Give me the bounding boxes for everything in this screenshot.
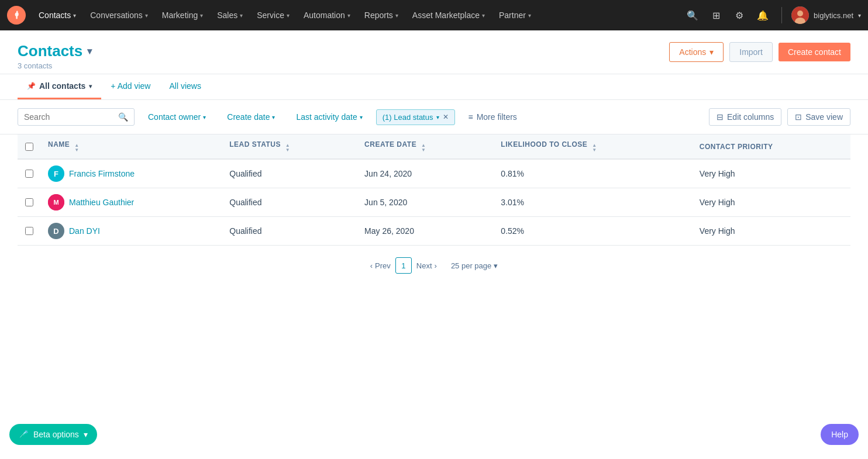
notifications-button[interactable]: 🔔	[753, 6, 772, 25]
table-row: D Dan DYI Qualified May 26, 2020 0.52% V…	[18, 217, 850, 246]
nav-asset-marketplace[interactable]: Asset Marketplace ▾	[405, 0, 492, 30]
row-lead-status: Qualified	[222, 159, 357, 188]
beta-options-button[interactable]: 🧪 Beta options ▾	[9, 424, 97, 445]
lead-status-filter-tag[interactable]: (1) Lead status ▾ ✕	[376, 109, 456, 125]
row-create-date: Jun 24, 2020	[357, 159, 494, 188]
contact-name-link[interactable]: Francis Firmstone	[69, 169, 135, 178]
settings-button[interactable]: ⚙	[730, 6, 749, 25]
per-page-chevron-icon: ▾	[494, 261, 498, 270]
import-button[interactable]: Import	[729, 42, 773, 62]
col-priority[interactable]: CONTACT PRIORITY	[693, 134, 850, 159]
last-activity-filter[interactable]: Last activity date ▾	[288, 108, 370, 126]
contact-owner-filter[interactable]: Contact owner ▾	[140, 108, 213, 126]
col-name-label: NAME	[48, 140, 70, 149]
user-name-label: biglytics.net	[814, 11, 853, 20]
row-checkbox[interactable]	[25, 198, 33, 206]
table-body: F Francis Firmstone Qualified Jun 24, 20…	[18, 159, 850, 246]
user-section[interactable]: biglytics.net ▾	[791, 6, 861, 24]
col-name[interactable]: NAME ▲▼	[41, 134, 222, 159]
nav-contacts[interactable]: Contacts ▾	[32, 0, 83, 30]
edit-columns-label: Edit columns	[727, 112, 774, 122]
nav-divider	[781, 7, 782, 23]
create-contact-button[interactable]: Create contact	[779, 43, 850, 61]
table-row: F Francis Firmstone Qualified Jun 24, 20…	[18, 159, 850, 188]
sort-icon: ▲▼	[74, 143, 79, 153]
chevron-icon: ▾	[528, 12, 531, 19]
contact-name-link[interactable]: Matthieu Gauthier	[69, 198, 134, 207]
row-create-date: Jun 5, 2020	[357, 188, 494, 217]
col-create-date[interactable]: CREATE DATE ▲▼	[357, 134, 494, 159]
filter-right: ⊟ Edit columns ⊡ Save view	[709, 108, 850, 126]
nav-conversations-label: Conversations	[90, 11, 143, 20]
user-chevron-icon: ▾	[858, 12, 861, 19]
edit-columns-button[interactable]: ⊟ Edit columns	[709, 108, 781, 126]
chevron-icon: ▾	[436, 114, 439, 120]
tab-add-view[interactable]: + Add view	[101, 74, 160, 99]
next-button[interactable]: Next ›	[416, 261, 437, 270]
svg-point-1	[797, 11, 803, 16]
page-title-text: Contacts	[18, 42, 82, 60]
nav-conversations[interactable]: Conversations ▾	[83, 0, 155, 30]
row-checkbox[interactable]	[25, 227, 33, 235]
row-checkbox[interactable]	[25, 170, 33, 178]
search-input[interactable]	[24, 112, 113, 122]
tab-all-contacts[interactable]: 📌 All contacts ▾	[18, 74, 101, 99]
search-button[interactable]: 🔍	[683, 6, 702, 25]
next-label: Next	[416, 261, 432, 270]
nav-service[interactable]: Service ▾	[250, 0, 297, 30]
contact-avatar: D	[48, 223, 64, 239]
per-page-dropdown[interactable]: 25 per page ▾	[451, 261, 498, 270]
col-lead-status[interactable]: LEAD STATUS ▲▼	[222, 134, 357, 159]
more-filters-button[interactable]: ≡ More filters	[461, 109, 523, 125]
row-name-cell: D Dan DYI	[41, 217, 222, 246]
beta-options-label: Beta options	[33, 430, 79, 439]
actions-button[interactable]: Actions ▾	[669, 42, 724, 62]
select-all-checkbox[interactable]	[25, 143, 33, 151]
save-view-button[interactable]: ⊡ Save view	[787, 108, 850, 126]
contact-avatar: M	[48, 194, 64, 210]
nav-automation-label: Automation	[304, 11, 345, 20]
page-title-chevron: ▾	[87, 46, 92, 57]
lead-status-close-icon[interactable]: ✕	[443, 113, 449, 121]
help-button[interactable]: Help	[821, 424, 859, 445]
grid-button[interactable]: ⊞	[707, 6, 725, 25]
nav-items: Contacts ▾ Conversations ▾ Marketing ▾ S…	[32, 0, 683, 30]
page-header: Contacts ▾ 3 contacts Actions ▾ Import C…	[0, 30, 868, 74]
search-box[interactable]: 🔍	[18, 108, 135, 126]
chevron-icon: ▾	[240, 12, 243, 19]
table-row: M Matthieu Gauthier Qualified Jun 5, 202…	[18, 188, 850, 217]
tab-all-views[interactable]: All views	[160, 74, 210, 99]
contact-name-link[interactable]: Dan DYI	[69, 226, 100, 236]
nav-reports[interactable]: Reports ▾	[357, 0, 405, 30]
row-checkbox-cell	[18, 188, 41, 217]
nav-asset-marketplace-label: Asset Marketplace	[412, 11, 480, 20]
nav-sales[interactable]: Sales ▾	[210, 0, 250, 30]
table-header: NAME ▲▼ LEAD STATUS ▲▼ CREATE DATE ▲▼ LI…	[18, 134, 850, 159]
hubspot-logo[interactable]	[7, 6, 26, 25]
row-priority: Very High	[693, 217, 850, 246]
col-likelihood[interactable]: LIKELIHOOD TO CLOSE ▲▼	[494, 134, 692, 159]
create-date-filter[interactable]: Create date ▾	[219, 108, 283, 126]
chevron-icon: ▾	[482, 12, 485, 19]
page-title[interactable]: Contacts ▾	[18, 42, 92, 60]
next-arrow-icon: ›	[435, 261, 437, 270]
prev-button[interactable]: ‹ Prev	[370, 261, 391, 270]
filter-rows-icon: ≡	[468, 112, 473, 122]
nav-automation[interactable]: Automation ▾	[297, 0, 357, 30]
top-navigation: Contacts ▾ Conversations ▾ Marketing ▾ S…	[0, 0, 868, 30]
last-activity-label: Last activity date	[296, 112, 357, 122]
row-priority: Very High	[693, 188, 850, 217]
nav-partner[interactable]: Partner ▾	[492, 0, 538, 30]
chevron-icon: ▾	[145, 12, 148, 19]
page-1-label: 1	[401, 261, 405, 270]
pagination: ‹ Prev 1 Next › 25 per page ▾	[0, 246, 868, 285]
beta-chevron-icon: ▾	[84, 430, 88, 439]
row-lead-status: Qualified	[222, 188, 357, 217]
nav-contacts-chevron: ▾	[73, 12, 76, 19]
page-body: Contacts ▾ 3 contacts Actions ▾ Import C…	[0, 30, 868, 459]
row-lead-status: Qualified	[222, 217, 357, 246]
nav-marketing[interactable]: Marketing ▾	[155, 0, 210, 30]
page-1-button[interactable]: 1	[395, 257, 412, 274]
contact-avatar: F	[48, 165, 64, 182]
prev-arrow-icon: ‹	[370, 261, 373, 270]
